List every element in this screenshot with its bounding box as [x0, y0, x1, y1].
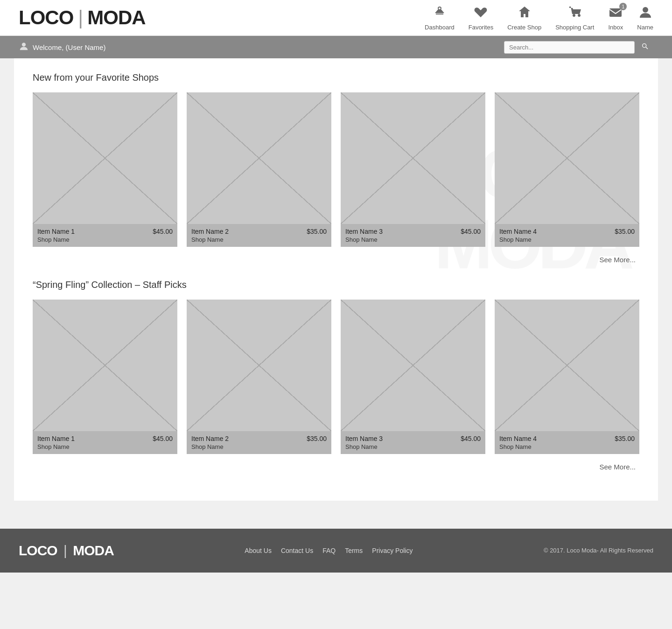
svg-point-2: [22, 42, 26, 46]
item-card[interactable]: Item Name 3 $45.00 Shop Name: [341, 92, 485, 247]
search-button[interactable]: [637, 40, 653, 55]
footer-logo-divider: |: [63, 543, 67, 558]
logo: LOCO | MODA: [19, 7, 146, 29]
footer-logo: LOCO | MODA: [19, 543, 114, 559]
svg-rect-0: [609, 8, 622, 17]
item-image: [187, 92, 331, 224]
footer-link-contact-us[interactable]: Contact Us: [281, 547, 313, 554]
welcome-message: Welcome, (User Name): [19, 41, 105, 54]
item-image: [495, 300, 639, 431]
item-info: Item Name 1 $45.00 Shop Name: [33, 224, 177, 247]
item-row1: Item Name 3 $45.00: [345, 435, 481, 442]
item-card[interactable]: Item Name 1 $45.00 Shop Name: [33, 300, 177, 454]
search-area: [504, 40, 653, 55]
footer-link-privacy-policy[interactable]: Privacy Policy: [372, 547, 413, 554]
dashboard-icon: [432, 5, 447, 23]
svg-point-3: [643, 44, 646, 48]
item-info: Item Name 3 $45.00 Shop Name: [341, 224, 485, 247]
footer-link-about-us[interactable]: About Us: [245, 547, 272, 554]
welcome-bar: Welcome, (User Name): [0, 36, 672, 58]
nav-dashboard-label: Dashboard: [425, 24, 455, 31]
nav-name-label: Name: [637, 24, 653, 31]
main-content: LOCO MODA New from your Favorite Shops I…: [14, 58, 658, 501]
item-card[interactable]: Item Name 3 $45.00 Shop Name: [341, 300, 485, 454]
item-name: Item Name 3: [345, 435, 383, 442]
svg-point-1: [643, 7, 648, 13]
item-row1: Item Name 4 $35.00: [499, 435, 635, 442]
item-info: Item Name 3 $45.00 Shop Name: [341, 431, 485, 454]
search-input[interactable]: [504, 41, 635, 54]
section-favorite-shops: New from your Favorite Shops Item Name 1…: [33, 72, 639, 266]
item-name: Item Name 1: [37, 435, 75, 442]
nav-create-shop[interactable]: Create Shop: [507, 5, 541, 31]
nav-inbox[interactable]: 1 Inbox: [608, 5, 623, 31]
item-shop: Shop Name: [191, 443, 327, 450]
see-more-button-2[interactable]: See More...: [595, 461, 639, 473]
nav-dashboard[interactable]: Dashboard: [425, 5, 455, 31]
section-favorite-shops-title: New from your Favorite Shops: [33, 72, 639, 83]
logo-moda: MODA: [87, 7, 145, 29]
welcome-user-icon: [19, 41, 29, 54]
spacer: [0, 501, 672, 519]
item-name: Item Name 2: [191, 228, 229, 235]
item-card[interactable]: Item Name 4 $35.00 Shop Name: [495, 300, 639, 454]
item-shop: Shop Name: [191, 236, 327, 243]
item-card[interactable]: Item Name 4 $35.00 Shop Name: [495, 92, 639, 247]
item-card[interactable]: Item Name 2 $35.00 Shop Name: [187, 92, 331, 247]
footer-copyright: © 2017. Loco Moda- All Rights Reserved: [544, 547, 653, 554]
footer-link-faq[interactable]: FAQ: [322, 547, 336, 554]
footer-link-terms[interactable]: Terms: [345, 547, 363, 554]
inbox-badge: 1: [619, 3, 627, 10]
item-name: Item Name 2: [191, 435, 229, 442]
nav-shopping-cart-label: Shopping Cart: [555, 24, 594, 31]
mail-icon: 1: [608, 5, 623, 23]
item-price: $45.00: [461, 435, 481, 442]
footer: LOCO | MODA About Us Contact Us FAQ Term…: [0, 529, 672, 573]
item-image: [33, 300, 177, 431]
staff-picks-grid: Item Name 1 $45.00 Shop Name Item Name 2…: [33, 300, 639, 454]
section-staff-picks: “Spring Fling” Collection – Staff Picks …: [33, 280, 639, 473]
item-name: Item Name 4: [499, 228, 537, 235]
see-more-button-1[interactable]: See More...: [595, 254, 639, 266]
item-shop: Shop Name: [499, 443, 635, 450]
item-row1: Item Name 1 $45.00: [37, 228, 173, 235]
item-image: [495, 92, 639, 224]
logo-divider: |: [78, 7, 83, 29]
item-name: Item Name 3: [345, 228, 383, 235]
item-shop: Shop Name: [37, 443, 173, 450]
nav-inbox-label: Inbox: [608, 24, 623, 31]
house-icon: [517, 5, 532, 23]
svg-line-4: [646, 47, 648, 49]
footer-logo-moda: MODA: [73, 543, 114, 558]
item-info: Item Name 1 $45.00 Shop Name: [33, 431, 177, 454]
section-staff-picks-title: “Spring Fling” Collection – Staff Picks: [33, 280, 639, 290]
item-card[interactable]: Item Name 1 $45.00 Shop Name: [33, 92, 177, 247]
item-price: $35.00: [307, 228, 327, 235]
item-info: Item Name 2 $35.00 Shop Name: [187, 224, 331, 247]
item-row1: Item Name 2 $35.00: [191, 435, 327, 442]
item-row1: Item Name 4 $35.00: [499, 228, 635, 235]
cart-icon: [567, 5, 582, 23]
item-info: Item Name 4 $35.00 Shop Name: [495, 224, 639, 247]
nav-favorites[interactable]: Favorites: [469, 5, 493, 31]
nav-shopping-cart[interactable]: Shopping Cart: [555, 5, 594, 31]
item-image: [341, 300, 485, 431]
favorite-shops-grid: Item Name 1 $45.00 Shop Name Item Name 2…: [33, 92, 639, 247]
item-row1: Item Name 3 $45.00: [345, 228, 481, 235]
item-row1: Item Name 1 $45.00: [37, 435, 173, 442]
item-card[interactable]: Item Name 2 $35.00 Shop Name: [187, 300, 331, 454]
footer-nav: About Us Contact Us FAQ Terms Privacy Po…: [245, 547, 413, 554]
item-info: Item Name 2 $35.00 Shop Name: [187, 431, 331, 454]
item-shop: Shop Name: [499, 236, 635, 243]
item-shop: Shop Name: [345, 236, 481, 243]
nav-name[interactable]: Name: [637, 5, 653, 31]
item-name: Item Name 1: [37, 228, 75, 235]
see-more-row-2: See More...: [33, 461, 639, 473]
footer-logo-loco: LOCO: [19, 543, 57, 558]
item-row1: Item Name 2 $35.00: [191, 228, 327, 235]
logo-loco: LOCO: [19, 7, 73, 29]
item-price: $45.00: [153, 228, 173, 235]
item-image: [187, 300, 331, 431]
item-name: Item Name 4: [499, 435, 537, 442]
item-price: $35.00: [615, 435, 635, 442]
